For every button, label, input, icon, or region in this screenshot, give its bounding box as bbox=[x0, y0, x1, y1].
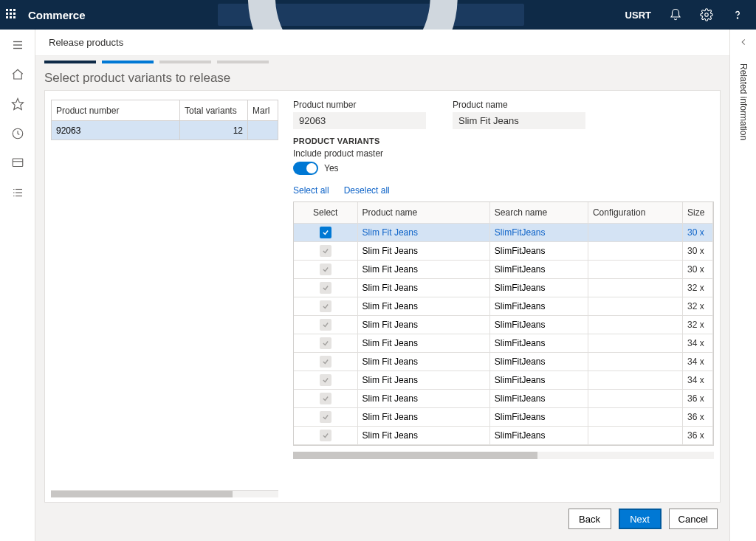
row-checkbox[interactable] bbox=[320, 393, 331, 404]
row-checkbox[interactable] bbox=[320, 356, 331, 368]
cell-configuration bbox=[588, 389, 682, 407]
right-rail: Related information bbox=[729, 30, 756, 541]
table-row[interactable]: Slim Fit JeansSlimFitJeans34 x bbox=[294, 352, 713, 371]
search-box[interactable] bbox=[218, 4, 524, 26]
star-icon[interactable] bbox=[11, 97, 24, 114]
variants-grid-scrollbar[interactable] bbox=[293, 452, 714, 459]
cell-search-name: SlimFitJeans bbox=[489, 241, 588, 260]
product-name-field bbox=[453, 112, 585, 129]
table-row[interactable]: Slim Fit JeansSlimFitJeans32 x bbox=[294, 278, 713, 297]
col-total-variants[interactable]: Total variants bbox=[179, 100, 247, 121]
app-launcher-icon[interactable] bbox=[6, 9, 18, 21]
table-row[interactable]: Slim Fit JeansSlimFitJeans30 x bbox=[294, 241, 713, 260]
bell-icon[interactable] bbox=[669, 8, 682, 21]
back-button[interactable]: Back bbox=[568, 509, 611, 529]
cell-size: 34 x bbox=[682, 334, 712, 352]
cell-search-name: SlimFitJeans bbox=[489, 260, 588, 278]
cell-product-name: Slim Fit Jeans bbox=[357, 223, 489, 241]
product-name-label: Product name bbox=[453, 100, 585, 110]
col-size[interactable]: Size bbox=[682, 202, 712, 223]
products-grid: Product number Total variants Marl 92063… bbox=[51, 100, 278, 497]
cell-search-name: SlimFitJeans bbox=[489, 352, 588, 371]
cell-configuration bbox=[588, 260, 682, 278]
cell-product-name: Slim Fit Jeans bbox=[357, 297, 489, 315]
table-row[interactable]: Slim Fit JeansSlimFitJeans30 x bbox=[294, 223, 713, 241]
row-checkbox[interactable] bbox=[320, 227, 331, 238]
table-row[interactable]: Slim Fit JeansSlimFitJeans32 x bbox=[294, 315, 713, 334]
cell-product-name: Slim Fit Jeans bbox=[357, 371, 489, 389]
cell-search-name: SlimFitJeans bbox=[489, 278, 588, 297]
wizard-steps bbox=[44, 61, 721, 63]
row-checkbox[interactable] bbox=[320, 263, 331, 275]
cell-total-variants: 12 bbox=[179, 121, 247, 140]
wizard-step-3[interactable] bbox=[159, 61, 211, 63]
svg-point-2 bbox=[705, 13, 709, 17]
cell-configuration bbox=[588, 297, 682, 315]
cell-search-name: SlimFitJeans bbox=[489, 297, 588, 315]
row-checkbox[interactable] bbox=[320, 374, 331, 386]
row-checkbox[interactable] bbox=[320, 411, 331, 423]
svg-marker-7 bbox=[12, 99, 23, 110]
cell-product-name: Slim Fit Jeans bbox=[357, 315, 489, 334]
cell-product-name: Slim Fit Jeans bbox=[357, 241, 489, 260]
cell-search-name: SlimFitJeans bbox=[489, 389, 588, 407]
table-row[interactable]: Slim Fit JeansSlimFitJeans34 x bbox=[294, 371, 713, 389]
collapse-right-rail-icon[interactable] bbox=[738, 37, 749, 50]
cell-product-name: Slim Fit Jeans bbox=[357, 407, 489, 426]
cell-size: 34 x bbox=[682, 371, 712, 389]
wizard-heading: Select product variants to release bbox=[44, 71, 721, 86]
clock-icon[interactable] bbox=[11, 127, 24, 143]
wizard-step-1[interactable] bbox=[44, 61, 96, 63]
table-row[interactable]: Slim Fit JeansSlimFitJeans36 x bbox=[294, 389, 713, 407]
link-deselect-all[interactable]: Deselect all bbox=[344, 185, 390, 196]
cell-search-name: SlimFitJeans bbox=[489, 407, 588, 426]
cell-product-name: Slim Fit Jeans bbox=[357, 334, 489, 352]
cell-product-name: Slim Fit Jeans bbox=[357, 352, 489, 371]
row-checkbox[interactable] bbox=[320, 337, 331, 349]
cell-configuration bbox=[588, 278, 682, 297]
gear-icon[interactable] bbox=[700, 8, 713, 21]
col-select[interactable]: Select bbox=[294, 202, 357, 223]
row-checkbox[interactable] bbox=[320, 282, 331, 294]
cell-search-name: SlimFitJeans bbox=[489, 315, 588, 334]
product-number-field bbox=[293, 112, 426, 129]
home-icon[interactable] bbox=[11, 68, 24, 84]
cancel-button[interactable]: Cancel bbox=[669, 509, 718, 529]
row-checkbox[interactable] bbox=[320, 300, 331, 312]
col-product-number[interactable]: Product number bbox=[52, 100, 180, 121]
products-grid-scrollbar[interactable] bbox=[51, 490, 278, 497]
col-configuration[interactable]: Configuration bbox=[588, 202, 682, 223]
cell-configuration bbox=[588, 241, 682, 260]
table-row[interactable]: Slim Fit JeansSlimFitJeans32 x bbox=[294, 297, 713, 315]
wizard-step-2[interactable] bbox=[102, 61, 154, 63]
titlebar: Commerce USRT bbox=[0, 0, 756, 30]
workspace-icon[interactable] bbox=[11, 156, 24, 173]
modules-icon[interactable] bbox=[11, 186, 24, 202]
cell-size: 32 x bbox=[682, 278, 712, 297]
table-row[interactable]: Slim Fit JeansSlimFitJeans30 x bbox=[294, 260, 713, 278]
next-button[interactable]: Next bbox=[619, 509, 662, 529]
hamburger-icon[interactable] bbox=[11, 38, 24, 55]
link-select-all[interactable]: Select all bbox=[293, 185, 329, 196]
help-icon[interactable] bbox=[731, 8, 744, 21]
table-row[interactable]: Slim Fit JeansSlimFitJeans34 x bbox=[294, 334, 713, 352]
row-checkbox[interactable] bbox=[320, 319, 331, 331]
col-mark[interactable]: Marl bbox=[248, 100, 278, 121]
table-row[interactable]: 9206312 bbox=[52, 121, 278, 140]
cell-size: 30 x bbox=[682, 223, 712, 241]
row-checkbox[interactable] bbox=[320, 245, 331, 257]
table-row[interactable]: Slim Fit JeansSlimFitJeans36 x bbox=[294, 426, 713, 444]
col-product-name[interactable]: Product name bbox=[357, 202, 489, 223]
table-row[interactable]: Slim Fit JeansSlimFitJeans36 x bbox=[294, 407, 713, 426]
wizard-step-4[interactable] bbox=[217, 61, 269, 63]
related-information-label[interactable]: Related information bbox=[738, 63, 749, 140]
col-search-name[interactable]: Search name bbox=[489, 202, 588, 223]
app-name[interactable]: Commerce bbox=[28, 9, 86, 21]
cell-search-name: SlimFitJeans bbox=[489, 334, 588, 352]
row-checkbox[interactable] bbox=[320, 430, 331, 441]
toggle-include-master[interactable] bbox=[293, 162, 318, 175]
section-product-variants: PRODUCT VARIANTS bbox=[293, 137, 714, 145]
cell-product-name: Slim Fit Jeans bbox=[357, 389, 489, 407]
cell-size: 36 x bbox=[682, 407, 712, 426]
user-badge[interactable]: USRT bbox=[625, 10, 651, 21]
